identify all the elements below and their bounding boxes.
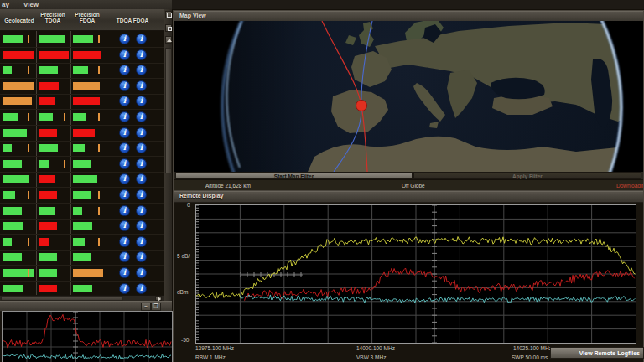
- info-icon[interactable]: i: [119, 236, 130, 247]
- confidence-bar: [3, 238, 12, 246]
- geolocation-result-row[interactable]: ii: [0, 62, 164, 79]
- geolocation-result-row[interactable]: ii: [0, 47, 164, 64]
- confidence-bar: [73, 160, 91, 168]
- confidence-bar: [73, 66, 88, 74]
- info-icon[interactable]: i: [119, 205, 130, 216]
- maximize-icon[interactable]: [165, 11, 172, 18]
- scroll-up-arrow-icon[interactable]: [165, 36, 172, 44]
- geo-table-header: Geolocated Precision TDOA Precision FDOA…: [0, 9, 164, 31]
- red-trace: [3, 314, 171, 348]
- minimize-icon[interactable]: –: [141, 303, 151, 311]
- info-icon[interactable]: i: [119, 283, 130, 294]
- map-view-window: Map View: [173, 10, 644, 190]
- confidence-bar: [39, 238, 49, 246]
- info-icon[interactable]: i: [119, 80, 130, 91]
- info-icon[interactable]: i: [136, 65, 147, 75]
- confidence-bar: [39, 129, 57, 137]
- start-map-filter-button[interactable]: Start Map Filter: [175, 172, 413, 179]
- menu-item-partial[interactable]: ay: [2, 1, 9, 8]
- geolocation-result-row[interactable]: ii: [0, 234, 164, 251]
- geolocation-result-row[interactable]: ii: [0, 156, 164, 173]
- info-icon[interactable]: i: [136, 80, 147, 91]
- info-icon[interactable]: i: [136, 96, 147, 106]
- geolocation-result-row[interactable]: ii: [0, 187, 164, 204]
- info-icon[interactable]: i: [136, 127, 147, 138]
- info-icon[interactable]: i: [119, 49, 130, 60]
- info-icon[interactable]: i: [136, 189, 147, 200]
- info-icon[interactable]: i: [119, 189, 130, 200]
- geolocation-result-row[interactable]: ii: [0, 203, 164, 220]
- info-icon[interactable]: i: [136, 283, 147, 294]
- threshold-tick: [98, 113, 100, 121]
- info-icon[interactable]: i: [119, 251, 130, 262]
- vertical-scrollbar[interactable]: [164, 9, 172, 301]
- restore-icon[interactable]: [165, 24, 172, 32]
- info-icon[interactable]: i: [119, 158, 130, 169]
- confidence-bar: [73, 285, 92, 292]
- red-trace: [245, 268, 635, 301]
- geolocation-marker[interactable]: [356, 101, 367, 111]
- geolocation-result-row[interactable]: ii: [0, 249, 164, 266]
- vertical-scroll-thumb[interactable]: [165, 48, 172, 173]
- info-icon[interactable]: i: [119, 34, 130, 44]
- info-icon[interactable]: i: [119, 173, 130, 184]
- globe-map[interactable]: [174, 21, 643, 172]
- app-screen: ay View Geolocated Precision TDOA Precis…: [0, 0, 644, 362]
- info-icon[interactable]: i: [136, 34, 147, 44]
- top-right-filler: [172, 0, 644, 9]
- confidence-bar: [39, 113, 53, 121]
- info-icon[interactable]: i: [119, 96, 130, 106]
- info-icon[interactable]: i: [119, 220, 130, 231]
- info-icon[interactable]: i: [119, 142, 130, 153]
- geolocation-result-row[interactable]: ii: [0, 125, 164, 142]
- apply-filter-button[interactable]: Apply Filter: [413, 172, 641, 179]
- confidence-bar: [73, 97, 100, 105]
- menu-item-view[interactable]: View: [23, 1, 39, 8]
- threshold-tick: [28, 35, 29, 43]
- confidence-bar: [39, 35, 65, 43]
- info-icon[interactable]: i: [136, 158, 147, 169]
- geolocation-result-row[interactable]: ii: [0, 265, 164, 282]
- column-header-precision-fdoa[interactable]: Precision FDOA: [69, 12, 106, 23]
- preview-spectrum-plot: [2, 311, 173, 362]
- geolocation-result-row[interactable]: ii: [0, 281, 164, 295]
- info-icon[interactable]: i: [119, 267, 130, 278]
- geolocation-result-row[interactable]: ii: [0, 78, 164, 95]
- geolocation-result-row[interactable]: ii: [0, 171, 164, 188]
- horizontal-scrollbar[interactable]: [0, 295, 164, 301]
- geolocation-result-row[interactable]: ii: [0, 218, 164, 235]
- info-icon[interactable]: i: [136, 173, 147, 184]
- info-icon[interactable]: i: [119, 111, 130, 122]
- map-view-title: Map View: [179, 13, 206, 18]
- info-icon[interactable]: i: [136, 49, 147, 60]
- info-icon[interactable]: i: [136, 267, 147, 278]
- info-icon[interactable]: i: [136, 220, 147, 231]
- confidence-bar: [39, 175, 55, 183]
- confidence-bar: [39, 222, 57, 230]
- remote-display-title: Remote Display: [179, 193, 224, 199]
- info-icon[interactable]: i: [136, 205, 147, 216]
- confidence-bar: [39, 191, 57, 199]
- column-header-geolocated[interactable]: Geolocated: [1, 18, 38, 23]
- column-header-precision-tdoa[interactable]: Precision TDOA: [34, 12, 71, 23]
- geolocation-result-row[interactable]: ii: [0, 140, 164, 157]
- threshold-tick: [98, 191, 100, 199]
- threshold-tick: [28, 191, 29, 199]
- y-axis-top-label: 0: [187, 202, 190, 208]
- confidence-bar: [3, 144, 12, 152]
- geolocation-result-row[interactable]: ii: [0, 93, 164, 110]
- geolocation-result-row[interactable]: ii: [0, 109, 164, 126]
- geolocation-result-row[interactable]: ii: [0, 31, 164, 48]
- confidence-bar: [39, 51, 69, 59]
- view-remote-logfiles-button[interactable]: View Remote Logfiles: [550, 347, 644, 359]
- info-icon[interactable]: i: [136, 236, 147, 247]
- confidence-bar: [73, 51, 101, 59]
- column-header-fdoa[interactable]: FDOA: [129, 18, 153, 23]
- maximize-icon[interactable]: ❒: [151, 303, 161, 311]
- info-icon[interactable]: i: [136, 142, 147, 153]
- info-icon[interactable]: i: [136, 251, 147, 262]
- confidence-bar: [39, 253, 57, 261]
- info-icon[interactable]: i: [136, 111, 147, 122]
- info-icon[interactable]: i: [119, 65, 130, 75]
- info-icon[interactable]: i: [119, 127, 130, 138]
